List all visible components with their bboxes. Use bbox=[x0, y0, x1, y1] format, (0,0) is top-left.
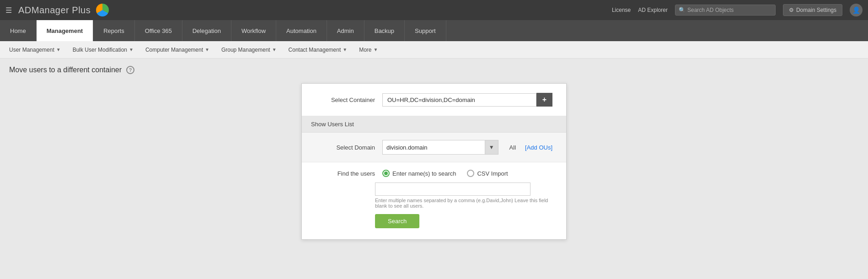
radio-row: Enter name(s) to search CSV Import bbox=[382, 170, 508, 177]
logo-circle bbox=[96, 4, 109, 16]
nav-home[interactable]: Home bbox=[0, 20, 37, 41]
search-button[interactable]: Search bbox=[375, 214, 419, 228]
ad-explorer-link[interactable]: AD Explorer bbox=[638, 7, 668, 13]
form-card: Select Container + Show Users List Selec… bbox=[301, 83, 567, 240]
add-ous-link[interactable]: [Add OUs] bbox=[525, 144, 552, 151]
search-icon-top: 🔍 bbox=[679, 7, 686, 13]
domain-select[interactable]: division.domain bbox=[382, 140, 498, 155]
hamburger-icon[interactable]: ☰ bbox=[5, 6, 12, 15]
page-content: Move users to a different container ? Se… bbox=[0, 59, 868, 279]
chevron-down-icon: ▼ bbox=[56, 47, 61, 52]
nav-reports[interactable]: Reports bbox=[93, 20, 135, 41]
find-users-row: Find the users Enter name(s) to search C… bbox=[316, 170, 552, 177]
help-icon[interactable]: ? bbox=[126, 66, 134, 74]
subnav-bulk-user-modification[interactable]: Bulk User Modification ▼ bbox=[67, 41, 139, 58]
all-label: All bbox=[509, 144, 516, 151]
nav-office365[interactable]: Office 365 bbox=[135, 20, 182, 41]
radio-csv-import-circle bbox=[467, 170, 474, 177]
show-users-label: Show Users List bbox=[311, 121, 354, 128]
app-name: ADManager Plus bbox=[18, 5, 91, 16]
top-bar: ☰ ADManager Plus License AD Explorer 🔍 ⚙… bbox=[0, 0, 868, 20]
subnav-user-management[interactable]: User Management ▼ bbox=[4, 41, 66, 58]
subnav-contact-management[interactable]: Contact Management ▼ bbox=[283, 41, 353, 58]
container-input-wrap: + bbox=[382, 93, 552, 107]
nav-automation[interactable]: Automation bbox=[276, 20, 327, 41]
user-avatar[interactable]: 👤 bbox=[850, 4, 863, 16]
app-name-bold: AD bbox=[18, 5, 32, 15]
sub-nav: User Management ▼ Bulk User Modification… bbox=[0, 41, 868, 59]
container-add-button[interactable]: + bbox=[536, 93, 552, 107]
chevron-down-icon: ▼ bbox=[129, 47, 134, 52]
nav-backup[interactable]: Backup bbox=[364, 20, 405, 41]
gear-icon: ⚙ bbox=[789, 7, 794, 13]
select-container-section: Select Container + bbox=[302, 84, 566, 116]
nav-admin[interactable]: Admin bbox=[327, 20, 364, 41]
subnav-more[interactable]: More ▼ bbox=[354, 41, 383, 58]
nav-support[interactable]: Support bbox=[405, 20, 446, 41]
nav-management[interactable]: Management bbox=[37, 20, 93, 41]
select-domain-section: Select Domain division.domain ▼ All [Add… bbox=[302, 133, 566, 162]
chevron-down-icon: ▼ bbox=[343, 47, 347, 52]
select-container-label: Select Container bbox=[316, 97, 375, 103]
main-nav: Home Management Reports Office 365 Deleg… bbox=[0, 20, 868, 41]
chevron-down-icon: ▼ bbox=[205, 47, 209, 52]
nav-delegation[interactable]: Delegation bbox=[182, 20, 231, 41]
select-domain-label: Select Domain bbox=[316, 144, 375, 151]
form-center-wrap: Select Container + Show Users List Selec… bbox=[9, 83, 859, 240]
select-domain-wrap: division.domain ▼ bbox=[382, 140, 498, 155]
radio-enter-names-circle bbox=[382, 170, 390, 177]
radio-csv-import[interactable]: CSV Import bbox=[467, 170, 508, 177]
domain-settings-label: Domain Settings bbox=[796, 7, 836, 13]
subnav-computer-management[interactable]: Computer Management ▼ bbox=[140, 41, 215, 58]
find-users-label: Find the users bbox=[316, 170, 375, 177]
hint-text: Enter multiple names separated by a comm… bbox=[375, 198, 552, 209]
search-names-input[interactable] bbox=[375, 182, 530, 196]
page-title-row: Move users to a different container ? bbox=[9, 66, 859, 74]
top-bar-right: License AD Explorer 🔍 ⚙ Domain Settings … bbox=[612, 4, 863, 16]
radio-enter-names[interactable]: Enter name(s) to search bbox=[382, 170, 456, 177]
show-users-section: Show Users List bbox=[302, 116, 566, 133]
search-ad-input[interactable] bbox=[675, 5, 776, 16]
subnav-group-management[interactable]: Group Management ▼ bbox=[216, 41, 282, 58]
top-bar-left: ☰ ADManager Plus bbox=[5, 4, 109, 16]
chevron-down-icon: ▼ bbox=[272, 47, 277, 52]
radio-csv-import-label: CSV Import bbox=[477, 170, 508, 177]
app-name-regular: Manager Plus bbox=[32, 5, 91, 15]
page-title: Move users to a different container bbox=[9, 66, 122, 74]
domain-settings-button[interactable]: ⚙ Domain Settings bbox=[783, 4, 842, 16]
container-input[interactable] bbox=[382, 93, 536, 107]
nav-workflow[interactable]: Workflow bbox=[231, 20, 276, 41]
search-wrap: 🔍 bbox=[675, 5, 776, 16]
find-users-section: Find the users Enter name(s) to search C… bbox=[302, 162, 566, 239]
license-link[interactable]: License bbox=[612, 7, 631, 13]
chevron-down-icon: ▼ bbox=[374, 47, 378, 52]
radio-enter-names-label: Enter name(s) to search bbox=[392, 170, 456, 177]
